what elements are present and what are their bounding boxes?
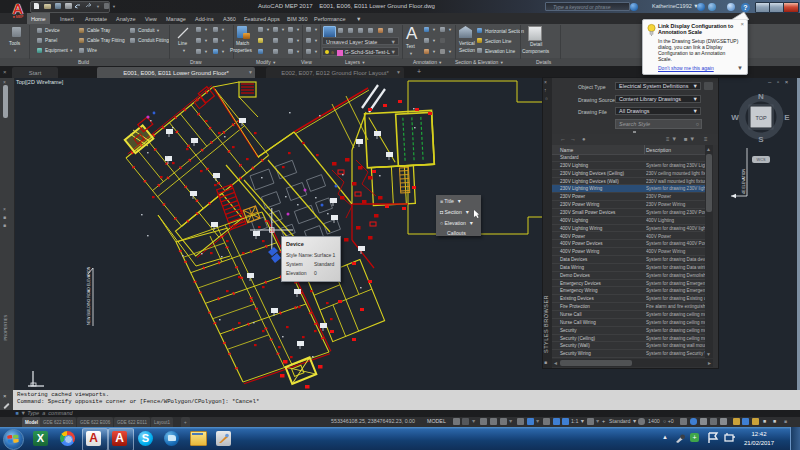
svg-text:S: S — [758, 135, 764, 144]
svg-text:NEW BUILDING ROAD ELEVATION: NEW BUILDING ROAD ELEVATION — [87, 266, 91, 325]
svg-text:4E ELEVATION: 4E ELEVATION — [742, 169, 746, 194]
svg-text:WCS: WCS — [757, 158, 766, 162]
svg-text:E: E — [784, 113, 790, 122]
svg-text:N: N — [758, 92, 764, 101]
svg-text:W: W — [731, 113, 739, 122]
svg-text:TOP: TOP — [755, 115, 767, 121]
